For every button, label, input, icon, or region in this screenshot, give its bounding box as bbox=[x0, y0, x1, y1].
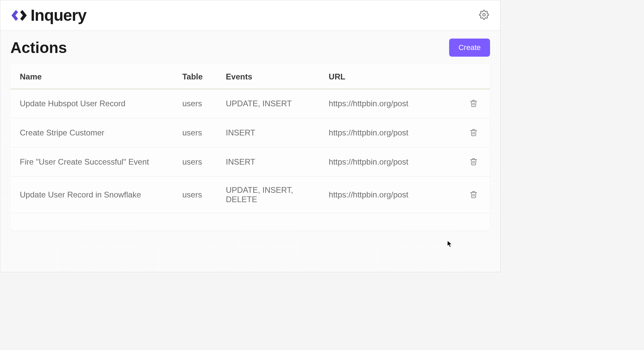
trash-icon bbox=[470, 99, 478, 107]
cell-name: Update User Record in Snowflake bbox=[10, 177, 173, 213]
cell-events: UPDATE, INSERT bbox=[216, 89, 319, 118]
delete-button[interactable] bbox=[468, 156, 479, 167]
table-row[interactable]: Fire "User Create Successful" Eventusers… bbox=[10, 148, 490, 177]
svg-point-0 bbox=[483, 13, 485, 16]
col-header-name: Name bbox=[10, 64, 173, 89]
cell-events: INSERT bbox=[216, 148, 319, 177]
table-spacer bbox=[10, 213, 490, 231]
cell-url: https://httpbin.org/post bbox=[319, 148, 457, 177]
col-header-events: Events bbox=[216, 64, 319, 89]
cell-url: https://httpbin.org/post bbox=[319, 177, 457, 213]
brand-name: Inquery bbox=[31, 6, 86, 24]
col-header-actions bbox=[457, 64, 490, 89]
cell-name: Create Stripe Customer bbox=[10, 118, 173, 148]
delete-button[interactable] bbox=[468, 189, 479, 200]
page-header: Actions Create bbox=[10, 39, 490, 57]
trash-icon bbox=[470, 128, 478, 136]
logo[interactable]: Inquery bbox=[10, 6, 86, 24]
delete-button[interactable] bbox=[468, 98, 479, 109]
cell-url: https://httpbin.org/post bbox=[319, 118, 457, 148]
settings-button[interactable] bbox=[478, 9, 490, 21]
gear-icon bbox=[479, 10, 489, 21]
cell-events: INSERT bbox=[216, 118, 319, 148]
col-header-url: URL bbox=[319, 64, 457, 89]
page-title: Actions bbox=[10, 39, 67, 57]
cell-table: users bbox=[173, 89, 216, 118]
table-row[interactable]: Update Hubspot User RecordusersUPDATE, I… bbox=[10, 89, 490, 118]
create-button[interactable]: Create bbox=[449, 39, 490, 57]
actions-table: Name Table Events URL Update Hubspot Use… bbox=[10, 64, 490, 231]
cell-url: https://httpbin.org/post bbox=[319, 89, 457, 118]
trash-icon bbox=[470, 190, 478, 198]
col-header-table: Table bbox=[173, 64, 216, 89]
table-header-row: Name Table Events URL bbox=[10, 64, 490, 89]
app-frame: Inquery Actions Create Name Table bbox=[0, 0, 500, 272]
cell-events: UPDATE, INSERT, DELETE bbox=[216, 177, 319, 213]
logo-mark-icon bbox=[10, 7, 28, 24]
delete-button[interactable] bbox=[468, 127, 479, 138]
table-row[interactable]: Update User Record in SnowflakeusersUPDA… bbox=[10, 177, 490, 213]
cell-table: users bbox=[173, 118, 216, 148]
actions-table-card: Name Table Events URL Update Hubspot Use… bbox=[10, 64, 490, 231]
trash-icon bbox=[470, 158, 478, 166]
table-row[interactable]: Create Stripe CustomerusersINSERThttps:/… bbox=[10, 118, 490, 148]
content-area: Actions Create Name Table Events URL Upd… bbox=[0, 31, 500, 272]
cell-name: Fire "User Create Successful" Event bbox=[10, 148, 173, 177]
topbar: Inquery bbox=[0, 0, 500, 31]
cell-table: users bbox=[173, 177, 216, 213]
cell-table: users bbox=[173, 148, 216, 177]
cell-name: Update Hubspot User Record bbox=[10, 89, 173, 118]
